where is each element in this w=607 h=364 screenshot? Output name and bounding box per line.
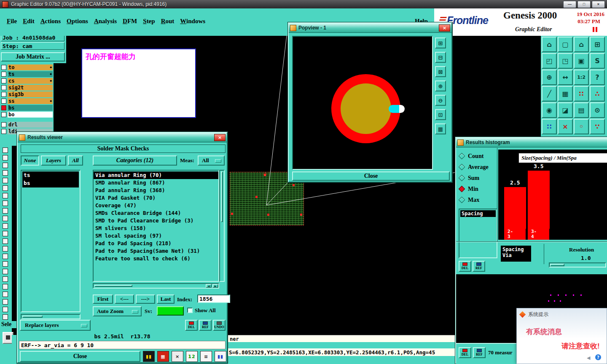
close-x-icon[interactable]: × (172, 351, 183, 362)
chart-blue-icon[interactable]: ▮▮ (215, 351, 226, 362)
job-matrix-button[interactable]: Job Matrix ... (1, 52, 65, 62)
strip-checkbox[interactable] (3, 147, 8, 153)
ref-button[interactable]: REF (473, 347, 486, 358)
matrix-table-icon[interactable]: ⊞ (590, 37, 605, 52)
redpoint-arrow-icon[interactable]: ◦ (574, 119, 589, 134)
layer-checkbox[interactable] (1, 105, 6, 110)
snapshot-icon[interactable]: S (590, 53, 605, 69)
menu-windows[interactable]: Windows (180, 18, 205, 25)
strip-checkbox[interactable] (3, 208, 8, 214)
strip-checkbox[interactable] (3, 246, 8, 252)
strip-checkbox[interactable] (3, 155, 8, 161)
stat-max[interactable]: Max (459, 196, 489, 204)
stat-count[interactable]: Count (459, 152, 489, 160)
layer-checkbox[interactable] (1, 78, 6, 83)
step-name-field[interactable]: Step: cam (1, 42, 64, 50)
strip-checkbox[interactable] (3, 201, 8, 206)
layer-checkbox[interactable] (1, 112, 6, 117)
rv-layer-item[interactable]: ts (22, 171, 79, 179)
strip-checkbox[interactable] (3, 170, 8, 176)
popview-fit-view-icon[interactable]: ⊡ (435, 109, 446, 120)
rv-category-item[interactable]: Pad annular Ring (368) (94, 187, 218, 194)
zoom-ratio-icon[interactable]: 1:2 (574, 70, 589, 85)
rv-category-item[interactable]: Pad to Pad Spacing (218) (94, 240, 218, 247)
rv-category-item[interactable]: Coverage (47) (94, 202, 218, 209)
scrollbar-thumb[interactable] (22, 316, 43, 318)
undo-button[interactable]: UNDO (213, 320, 226, 331)
maximize-button[interactable]: □ (577, 1, 591, 8)
nav-first-button[interactable]: First (93, 294, 113, 304)
delete-feature-icon[interactable]: × (558, 119, 573, 134)
strip-checkbox[interactable] (3, 284, 8, 289)
rv-category-item[interactable]: SMD annular Ring (867) (94, 179, 218, 187)
filter-none-button[interactable]: None (21, 155, 39, 166)
select-net-icon[interactable]: ∴ (590, 86, 605, 102)
menu-options[interactable]: Options (67, 18, 88, 25)
menu-actions[interactable]: Actions (40, 18, 61, 25)
stat-min[interactable]: Min (459, 185, 489, 193)
origin-icon[interactable]: ⊙ (590, 102, 605, 118)
strip-checkbox[interactable] (3, 314, 8, 320)
rv-category-item[interactable]: SMDs Clearance Bridge (144) (94, 209, 218, 217)
mute-speaker-icon[interactable]: ◀ (587, 355, 590, 361)
popview-grid-icon[interactable]: ▦ (435, 123, 446, 134)
layer-row-bo[interactable]: bo (0, 112, 54, 118)
popview-titlebar[interactable]: Popview - 1 × (289, 23, 451, 33)
copy-view-icon[interactable]: ◳ (558, 53, 573, 69)
ref-button[interactable]: REF (199, 320, 212, 331)
menu-file[interactable]: File (7, 18, 17, 25)
strip-checkbox[interactable] (3, 163, 8, 168)
scroll-left-icon[interactable]: ◀ (206, 284, 212, 288)
strip-checkbox[interactable] (3, 307, 8, 312)
meas-dropdown[interactable]: All (198, 155, 225, 166)
strip-checkbox[interactable] (3, 231, 8, 236)
layer-checkbox[interactable] (1, 85, 6, 90)
grid-toggle-icon[interactable]: ▦ (558, 86, 573, 102)
popview-prev-view-icon[interactable]: ⊟ (435, 52, 446, 63)
rv-layer-hscrollbar[interactable] (21, 314, 81, 319)
resolution-slider[interactable] (549, 262, 606, 268)
histogram-yellow-icon[interactable]: ▮▮ (143, 351, 155, 362)
layer-checkbox[interactable] (1, 99, 6, 104)
selected-measure-chip[interactable]: Spacing Via (501, 246, 531, 262)
new-window-icon[interactable]: ⌂ (542, 37, 557, 52)
highlight-net-icon[interactable]: ∷ (574, 86, 589, 102)
del-button[interactable]: DEL (459, 261, 471, 272)
strip-checkbox[interactable] (3, 223, 8, 229)
strip-checkbox[interactable] (3, 254, 8, 259)
nav-last-button[interactable]: Last (157, 294, 175, 304)
scroll-right-icon[interactable]: ▶ (212, 284, 218, 288)
menu-analysis[interactable]: Analysis (94, 18, 117, 25)
layer-row-ss[interactable]: ss◆ (0, 98, 54, 104)
results-viewer-titlebar[interactable]: Results viewer × (18, 133, 227, 142)
rv-category-item[interactable]: SM slivers (158) (94, 225, 218, 232)
results-viewer-close-icon[interactable]: × (214, 134, 226, 141)
strip-checkbox[interactable] (3, 292, 8, 297)
layer-row-bs[interactable]: bs (0, 105, 54, 111)
strip-checkbox[interactable] (3, 269, 8, 274)
report-list-icon[interactable]: ≡ (200, 351, 212, 362)
count-12-icon[interactable]: 12 (186, 351, 198, 362)
strip-checkbox[interactable] (3, 299, 8, 305)
menu-edit[interactable]: Edit (23, 18, 35, 25)
rv-category-hscrollbar[interactable]: ◀ ▶ (93, 283, 219, 289)
zoom-home-icon[interactable]: ⌂ (574, 37, 589, 52)
filter-all-button[interactable]: All (68, 155, 83, 166)
scrollbar-thumb[interactable] (94, 285, 132, 287)
nav-prev-button[interactable]: <--- (115, 294, 134, 304)
strip-checkbox[interactable] (3, 261, 8, 267)
pan-view-icon[interactable]: ◰ (542, 53, 557, 69)
filter-layers-button[interactable]: Layers (41, 155, 66, 166)
popview-close-button[interactable]: Close (292, 171, 450, 181)
nav-next-button[interactable]: ---> (136, 294, 155, 304)
popview-overlay-icon[interactable]: ⊞ (435, 37, 446, 48)
strip-checkbox[interactable] (3, 185, 8, 191)
popview-zoom-in-icon[interactable]: ⊕ (435, 80, 446, 91)
rv-category-item[interactable]: Via annular Ring (70) (94, 171, 218, 179)
strip-checkbox[interactable] (3, 178, 8, 183)
os-titlebar[interactable]: Graphic Editor 9.07b2 (00@HY-HYCAM-PC091… (0, 0, 607, 8)
layer-checkbox[interactable] (1, 72, 6, 77)
del-button[interactable]: DEL (459, 347, 471, 358)
replace-layers-dropdown[interactable]: Replace layers (20, 320, 91, 331)
rv-category-item[interactable]: Pad to Pad Spacing(Same Net) (31) (94, 247, 218, 255)
